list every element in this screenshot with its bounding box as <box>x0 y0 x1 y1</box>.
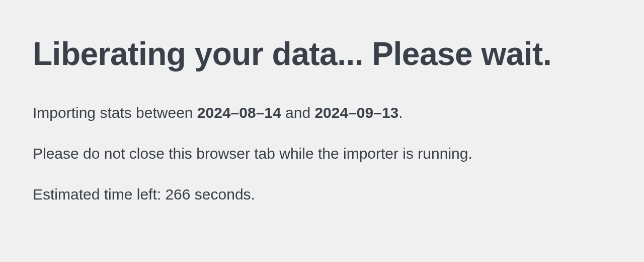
warning-text: Please do not close this browser tab whi… <box>33 144 611 163</box>
eta-seconds: 266 <box>165 186 190 203</box>
import-start-date: 2024–08–14 <box>197 104 281 121</box>
import-range-text: Importing stats between 2024–08–14 and 2… <box>33 103 611 122</box>
eta-prefix: Estimated time left: <box>33 186 165 203</box>
import-middle: and <box>281 104 315 121</box>
page-heading: Liberating your data... Please wait. <box>33 35 611 73</box>
import-suffix: . <box>398 104 403 121</box>
import-prefix: Importing stats between <box>33 104 197 121</box>
eta-text: Estimated time left: 266 seconds. <box>33 184 611 204</box>
import-end-date: 2024–09–13 <box>314 104 398 121</box>
eta-suffix: seconds. <box>191 186 255 203</box>
